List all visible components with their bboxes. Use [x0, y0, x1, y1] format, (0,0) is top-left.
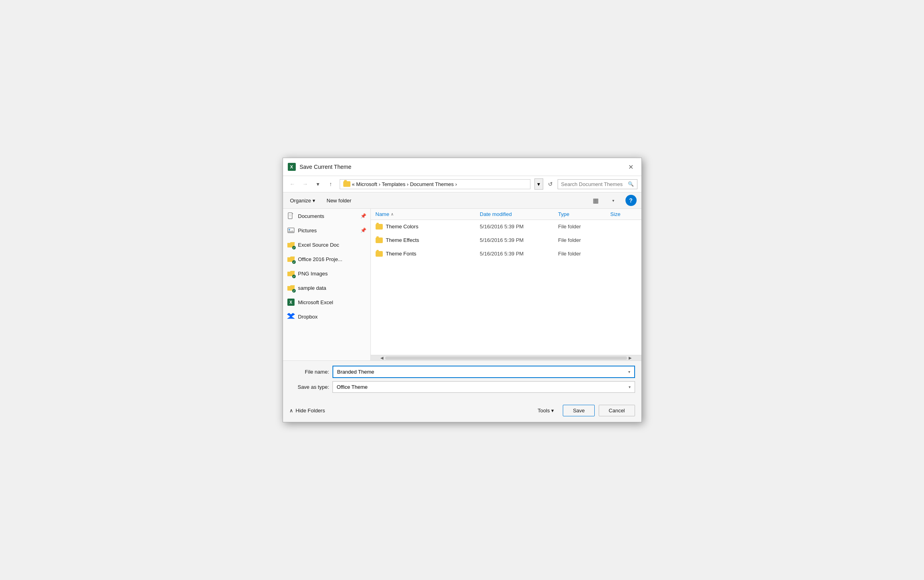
organize-chevron-icon: ▾ [313, 198, 315, 204]
sidebar-item-label: Excel Source Doc [298, 242, 339, 248]
badge-dot: ✓ [292, 260, 296, 264]
sidebar-item-microsoft-excel[interactable]: X Microsoft Excel [283, 295, 370, 309]
folder-badge-icon: ✓ [287, 284, 295, 292]
sidebar-item-label: sample data [298, 285, 326, 291]
excel-icon: X [287, 298, 295, 306]
badge-dot: ✓ [292, 275, 296, 278]
new-folder-button[interactable]: New folder [324, 196, 354, 205]
file-type-cell: File folder [558, 224, 610, 230]
sidebar-item-pictures[interactable]: Pictures 📌 [283, 223, 370, 238]
column-name[interactable]: Name ∧ [376, 211, 480, 217]
folder-badge-icon: ✓ [287, 269, 295, 277]
file-list: Name ∧ Date modified Type Size [371, 209, 641, 360]
file-name-label: File name: [289, 369, 329, 375]
pin-icon-pictures: 📌 [360, 228, 366, 233]
breadcrumb[interactable]: « Microsoft › Templates › Document Theme… [340, 179, 530, 189]
view-button[interactable]: ▦ [590, 196, 601, 205]
save-as-type-select[interactable]: Office Theme ▾ [332, 381, 635, 393]
file-name-chevron-icon: ▾ [628, 370, 630, 374]
sidebar-item-documents[interactable]: Documents 📌 [283, 209, 370, 223]
horizontal-scrollbar[interactable]: ◀ ▶ [371, 355, 641, 360]
up-button[interactable]: ↑ [325, 178, 336, 190]
dropbox-icon [287, 313, 295, 321]
sidebar-item-excel-source-doc[interactable]: ✓ Excel Source Doc [283, 238, 370, 252]
sidebar-item-label: Office 2016 Proje... [298, 256, 342, 262]
navigation-bar: ← → ▾ ↑ « Microsoft › Templates › Docume… [283, 176, 641, 192]
scroll-left-icon[interactable]: ◀ [379, 356, 385, 360]
file-date-cell: 5/16/2016 5:39 PM [480, 224, 558, 230]
column-size[interactable]: Size [610, 211, 636, 217]
organize-button[interactable]: Organize ▾ [288, 196, 318, 205]
scrollbar-track [385, 356, 627, 360]
view-icon: ▦ [593, 197, 599, 204]
folder-icon [376, 238, 383, 243]
file-type-cell: File folder [558, 251, 610, 257]
sidebar-item-office-2016[interactable]: ✓ Office 2016 Proje... [283, 252, 370, 266]
save-type-chevron-icon: ▾ [629, 385, 631, 389]
refresh-button[interactable]: ↺ [545, 178, 556, 190]
folder-icon [376, 251, 383, 257]
hide-folders-chevron-icon: ∧ [289, 408, 293, 414]
close-button[interactable]: ✕ [625, 161, 637, 172]
folder-badge-icon: ✓ [287, 241, 295, 249]
tools-button[interactable]: Tools ▾ [533, 405, 559, 416]
file-list-header: Name ∧ Date modified Type Size [371, 209, 641, 220]
folder-icon [376, 224, 383, 230]
sidebar-item-sample-data[interactable]: ✓ sample data [283, 281, 370, 295]
sidebar-item-label: Microsoft Excel [298, 299, 333, 305]
pic-icon [287, 226, 295, 234]
sidebar-item-png-images[interactable]: ✓ PNG Images [283, 266, 370, 281]
forward-button[interactable]: → [300, 178, 311, 190]
toolbar: Organize ▾ New folder ▦ ▾ ? [283, 192, 641, 209]
hide-folders-button[interactable]: ∧ Hide Folders [289, 408, 325, 414]
badge-dot: ✓ [292, 246, 296, 249]
file-date-cell: 5/16/2016 5:39 PM [480, 251, 558, 257]
scroll-right-icon[interactable]: ▶ [627, 356, 633, 360]
file-date-cell: 5/16/2016 5:39 PM [480, 237, 558, 243]
sidebar-item-label: PNG Images [298, 271, 328, 277]
save-theme-dialog: X Save Current Theme ✕ ← → ▾ ↑ « Microso… [283, 158, 642, 422]
pin-icon-documents: 📌 [360, 213, 366, 219]
file-name-cell: Theme Colors [376, 224, 480, 230]
column-date[interactable]: Date modified [480, 211, 558, 217]
sidebar-item-label: Pictures [298, 228, 317, 234]
sidebar-item-label: Documents [298, 213, 324, 219]
search-icon: 🔍 [628, 181, 634, 187]
table-row[interactable]: Theme Effects 5/16/2016 5:39 PM File fol… [371, 234, 641, 247]
sidebar-item-dropbox[interactable]: Dropbox [283, 309, 370, 324]
bottom-form: File name: Branded Theme ▾ Save as type:… [283, 360, 641, 401]
file-name-cell: Theme Fonts [376, 251, 480, 257]
dialog-title: Save Current Theme [300, 164, 621, 170]
breadcrumb-dropdown[interactable]: ▾ [534, 178, 543, 190]
sort-chevron-icon: ∧ [391, 212, 394, 216]
app-icon: X [288, 163, 296, 171]
view-dropdown-button[interactable]: ▾ [608, 196, 619, 205]
search-box[interactable]: 🔍 [558, 179, 637, 189]
footer-actions: Tools ▾ Save Cancel [533, 405, 635, 416]
save-as-type-label: Save as type: [289, 384, 329, 390]
save-as-type-row: Save as type: Office Theme ▾ [289, 381, 635, 393]
tools-chevron-icon: ▾ [551, 408, 554, 414]
view-chevron-icon: ▾ [612, 198, 614, 203]
folder-badge-icon: ✓ [287, 255, 295, 263]
file-name-cell: Theme Effects [376, 237, 480, 243]
file-list-body: Theme Colors 5/16/2016 5:39 PM File fold… [371, 220, 641, 355]
table-row[interactable]: Theme Fonts 5/16/2016 5:39 PM File folde… [371, 247, 641, 261]
file-type-cell: File folder [558, 237, 610, 243]
column-type[interactable]: Type [558, 211, 610, 217]
back-button[interactable]: ← [287, 178, 298, 190]
sidebar: Documents 📌 Pictures 📌 [283, 209, 371, 360]
help-button[interactable]: ? [625, 195, 637, 206]
badge-dot: ✓ [292, 289, 296, 293]
table-row[interactable]: Theme Colors 5/16/2016 5:39 PM File fold… [371, 220, 641, 234]
search-input[interactable] [561, 181, 626, 187]
svg-marker-1 [292, 213, 293, 214]
cancel-button[interactable]: Cancel [599, 405, 635, 416]
main-area: Documents 📌 Pictures 📌 [283, 209, 641, 360]
folder-icon [343, 181, 350, 187]
file-name-row: File name: Branded Theme ▾ [289, 366, 635, 378]
dropdown-button[interactable]: ▾ [313, 178, 324, 190]
doc-icon [287, 212, 295, 220]
save-button[interactable]: Save [563, 405, 595, 416]
file-name-input[interactable]: Branded Theme ▾ [332, 366, 635, 378]
